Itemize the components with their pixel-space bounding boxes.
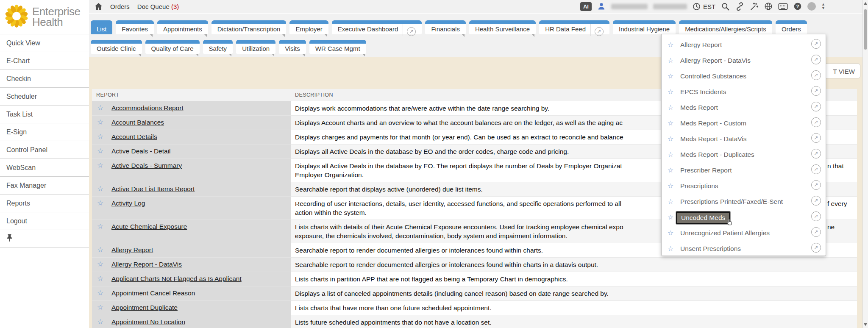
tab-dictation-transcription[interactable]: Dictation/Transcription [211,20,287,34]
tab-quality-of-care[interactable]: Quality of Care [145,40,200,54]
tab-outside-clinic[interactable]: Outside Clinic [91,40,142,54]
favorite-star-icon[interactable]: ☆ [97,274,103,283]
ai-badge[interactable]: AI [580,2,592,11]
favorite-star-icon[interactable]: ☆ [668,178,673,194]
dropdown-item-epcs-incidents[interactable]: ☆EPCS Incidents↗ [662,84,826,100]
favorite-star-icon[interactable]: ☆ [97,199,103,208]
sidebar-item-control-panel[interactable]: Control Panel [0,141,89,158]
tab-employer[interactable]: Employer [289,20,328,34]
breadcrumb-doc-queue[interactable]: Doc Queue (3) [137,3,179,10]
report-link[interactable]: Applicant Charts Not Flagged as Is Appli… [111,275,242,283]
report-link[interactable]: Active Due List Items Report [111,185,195,193]
tab-favorites[interactable]: Favorites [116,20,154,34]
clock-icon[interactable] [693,3,701,11]
favorite-star-icon[interactable]: ☆ [97,245,103,254]
open-report-arrow-icon[interactable]: ↗ [811,70,821,80]
tab-list[interactable]: List [91,20,112,34]
favorite-star-icon[interactable]: ☆ [97,303,103,312]
dropdown-item-uncoded-meds[interactable]: ☆Uncoded Meds↗ [662,209,826,225]
dropdown-item-meds-report-datavis[interactable]: ☆Meds Report - DataVis↗ [662,131,826,147]
scrollbar-up-arrow[interactable] [864,2,867,5]
dropdown-item-meds-report[interactable]: ☆Meds Report↗ [662,100,826,115]
report-link[interactable]: Allergy Report [111,246,153,254]
open-report-arrow-icon[interactable]: ↗ [811,149,821,158]
tab-health-surveillance[interactable]: Health Surveillance [469,20,536,34]
scrollbar-down-arrow[interactable] [864,323,867,326]
report-link[interactable]: Activity Log [111,200,145,207]
open-report-arrow-icon[interactable]: ↗ [811,39,821,49]
mini-scroll-control[interactable]: ▲ ▼ [821,3,825,10]
tab-wr-case-mgmt[interactable]: WR Case Mgmt [309,40,366,54]
open-report-arrow-icon[interactable]: ↗ [811,102,821,111]
dropdown-item-allergy-report[interactable]: ☆Allergy Report↗ [662,37,826,53]
favorite-star-icon[interactable]: ☆ [668,162,673,178]
report-link[interactable]: Appointment No Location [111,318,185,326]
home-icon[interactable] [95,3,103,10]
sidebar-item-logout[interactable]: Logout [0,212,89,230]
favorite-star-icon[interactable]: ☆ [668,100,673,115]
favorite-star-icon[interactable]: ☆ [668,84,673,100]
sidebar-item-e-chart[interactable]: E-Chart [0,52,89,69]
dropdown-item-prescriber-report[interactable]: ☆Prescriber Report↗ [662,162,826,178]
favorite-star-icon[interactable]: ☆ [97,289,103,297]
sidebar-item-webscan[interactable]: WebScan [0,158,89,176]
globe-icon[interactable] [764,2,773,11]
open-report-arrow-icon[interactable]: ↗ [811,211,821,221]
dropdown-item-unrecognized-patient-allergies[interactable]: ☆Unrecognized Patient Allergies↗ [662,225,826,241]
external-link-icon[interactable]: ↗ [407,27,416,36]
report-link[interactable]: Account Balances [111,119,164,126]
dropdown-item-controlled-substances[interactable]: ☆Controlled Substances↗ [662,68,826,84]
favorite-star-icon[interactable]: ☆ [97,147,103,156]
sidebar-item-task-list[interactable]: Task List [0,105,89,123]
report-link[interactable]: Account Details [111,133,157,141]
sidebar-item-checkin[interactable]: Checkin [0,69,89,87]
tab-utilization[interactable]: Utilization [236,40,275,54]
favorite-star-icon[interactable]: ☆ [668,147,673,162]
sidebar-item-quick-view[interactable]: Quick View [0,34,89,52]
keyboard-icon[interactable] [778,3,788,11]
open-report-arrow-icon[interactable]: ↗ [811,133,821,143]
dropdown-item-meds-report-custom[interactable]: ☆Meds Report - Custom↗ [662,115,826,131]
favorite-star-icon[interactable]: ☆ [668,53,673,68]
favorite-star-icon[interactable]: ☆ [97,317,103,326]
dropdown-item-unsent-prescriptions[interactable]: ☆Unsent Prescriptions↗ [662,241,826,256]
sidebar-item-reports[interactable]: Reports [0,194,89,212]
tab-hr-data-feed[interactable]: HR Data Feed↗ [539,20,609,34]
sidebar-item-scheduler[interactable]: Scheduler [0,87,89,105]
dropdown-item-prescriptions[interactable]: ☆Prescriptions↗ [662,178,826,194]
open-report-arrow-icon[interactable]: ↗ [811,86,821,96]
report-link[interactable]: Active Deals - Summary [111,162,182,170]
sidebar-item-fax-manager[interactable]: Fax Manager [0,176,89,194]
favorite-star-icon[interactable]: ☆ [668,115,673,131]
tab-medications-allergies-scripts[interactable]: Medications/Allergies/Scripts [679,20,772,34]
favorite-star-icon[interactable]: ☆ [668,68,673,84]
favorite-star-icon[interactable]: ☆ [97,132,103,141]
favorite-star-icon[interactable]: ☆ [668,241,673,256]
favorite-star-icon[interactable]: ☆ [97,103,103,112]
favorite-star-icon[interactable]: ☆ [668,37,673,53]
tab-industrial-hygiene[interactable]: Industrial Hygiene [613,20,676,34]
search-icon[interactable] [721,2,730,11]
tab-safety[interactable]: Safety [203,40,233,54]
external-link-icon[interactable]: ↗ [595,27,604,36]
sidebar-item-e-sign[interactable]: E-Sign [0,123,89,141]
open-report-arrow-icon[interactable]: ↗ [811,55,821,64]
open-report-arrow-icon[interactable]: ↗ [811,164,821,174]
dropdown-item-meds-report-duplicates[interactable]: ☆Meds Report - Duplicates↗ [662,147,826,162]
link-icon[interactable] [735,2,744,11]
favorite-star-icon[interactable]: ☆ [668,209,673,225]
favorite-star-icon[interactable]: ☆ [97,161,103,170]
help-icon[interactable]: ? [793,2,802,11]
favorite-star-icon[interactable]: ☆ [97,118,103,127]
report-link[interactable]: Acute Chemical Exposure [111,223,187,231]
open-report-arrow-icon[interactable]: ↗ [811,196,821,206]
favorite-star-icon[interactable]: ☆ [97,260,103,269]
mini-down-arrow[interactable]: ▼ [821,6,825,10]
breadcrumb-orders[interactable]: Orders [110,3,130,10]
open-report-arrow-icon[interactable]: ↗ [811,227,821,237]
favorite-star-icon[interactable]: ☆ [97,184,103,193]
dropdown-item-prescriptions-printed-faxed-e-sent[interactable]: ☆Prescriptions Printed/Faxed/E-Sent↗ [662,194,826,209]
report-link[interactable]: Appointment Duplicate [111,304,178,311]
report-link[interactable]: Accommodations Report [111,104,184,112]
tab-visits[interactable]: Visits [279,40,306,54]
